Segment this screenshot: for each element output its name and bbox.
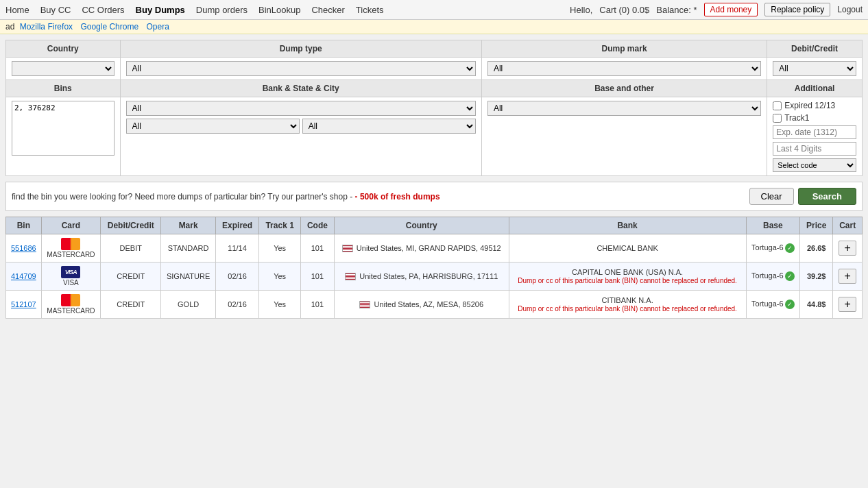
search-button[interactable]: Search [798,188,856,205]
price-value: 44.8$ [800,291,833,319]
debit-credit-value: CREDIT [101,263,161,291]
debit-credit-select[interactable]: All [773,61,856,76]
base-cell-value: Tortuga-6✓ [746,291,800,319]
nav-binlookup[interactable]: BinLookup [258,5,300,15]
country-cell: United States, AZ, MESA, 85206 [334,291,509,319]
country-select[interactable] [12,61,114,76]
card-type-label: MASTERCARD [47,307,95,315]
add-to-cart-button[interactable]: + [839,297,856,312]
expired-value: 02/16 [215,263,258,291]
additional-header: Additional [767,80,863,97]
col-base: Base [746,217,800,234]
card-cell: MASTERCARD [41,234,100,263]
bins-input-cell: 2, 376282 [6,97,121,176]
bank-name: CAPITAL ONE BANK (USA) N.A. [572,268,683,276]
dump-mark-cell: All [481,58,767,80]
verified-icon: ✓ [785,300,795,309]
mark-value: STANDARD [161,234,215,263]
fresh-dumps-link[interactable]: - 500k of fresh dumps [355,192,440,202]
bin-link[interactable]: 414709 [11,272,36,280]
base-name: Tortuga-6 [751,271,783,280]
nav-dump-orders[interactable]: Dump orders [196,5,248,15]
promo-text: find the bin you were looking for? Need … [12,192,352,202]
track1-value: Yes [259,291,301,319]
mark-value: SIGNATURE [161,263,215,291]
filter-table: Country Dump type Dump mark Debit/Credit… [5,40,863,176]
verified-icon: ✓ [785,271,795,281]
cart-link[interactable]: Cart (0) 0.0$ [599,5,649,15]
logout-button[interactable]: Logout [837,5,863,14]
card-type-label: MASTERCARD [47,251,95,258]
bank-name: CITIBANK N.A. [602,296,653,304]
download-firefox[interactable]: Mozilla Firefox [20,22,73,32]
bank-select[interactable]: All [126,101,476,116]
bank-note: Dump or cc of this particular bank (BIN)… [518,305,737,313]
track1-label: Track1 [784,113,809,123]
top-nav-right: Hello, Cart (0) 0.0$ Balance: * Add mone… [570,3,863,16]
add-to-cart-button[interactable]: + [839,269,856,284]
bin-cell: 551686 [6,234,42,263]
expired-checkbox-row: Expired 12/13 [773,101,856,110]
track1-checkbox[interactable] [773,114,782,123]
base-cell-value: Tortuga-6✓ [746,263,800,291]
state-select[interactable]: All [126,119,300,134]
col-card: Card [41,217,100,234]
card-cell: MASTERCARD [41,291,100,319]
select-code-select[interactable]: Select code [773,158,856,172]
expired-value: 02/16 [215,291,258,319]
mastercard-icon [61,294,80,306]
download-chrome[interactable]: Google Chrome [80,22,138,32]
nav-checker[interactable]: Checker [311,5,344,15]
bins-textarea[interactable]: 2, 376282 [12,101,114,156]
debit-credit-value: DEBIT [101,234,161,263]
select-code-wrap: Select code [773,158,856,172]
base-select[interactable]: All [487,101,761,116]
dump-type-header: Dump type [120,40,481,58]
search-bar: find the bin you were looking for? Need … [5,182,863,211]
results-table: Bin Card Debit/Credit Mark Expired Track… [5,217,863,319]
nav-tickets[interactable]: Tickets [356,5,384,15]
bin-link[interactable]: 551686 [11,244,36,252]
bank-cell: CHEMICAL BANK [509,234,746,263]
download-bar: ad Mozilla Firefox Google Chrome Opera [0,20,868,34]
last4-input[interactable] [773,142,856,156]
track1-value: Yes [259,234,301,263]
city-select[interactable]: All [302,119,476,134]
nav-home[interactable]: Home [5,5,29,15]
bin-link[interactable]: 512107 [11,300,36,308]
col-bin: Bin [6,217,42,234]
dump-mark-select[interactable]: All [487,61,761,76]
col-track1: Track 1 [259,217,301,234]
us-flag-icon [359,301,370,308]
dump-type-select[interactable]: All [126,61,476,76]
bins-header: Bins [6,80,121,97]
promo-text-area: find the bin you were looking for? Need … [12,192,440,202]
price-value: 26.6$ [800,234,833,263]
col-cart: Cart [833,217,863,234]
search-buttons: Clear Search [749,188,856,205]
add-money-button[interactable]: Add money [704,3,758,16]
base-cell: All [481,97,767,176]
nav-buy-cc[interactable]: Buy CC [40,5,71,15]
table-row: 414709 VISAVISA CREDIT SIGNATURE 02/16 Y… [6,263,863,291]
add-to-cart-button[interactable]: + [839,241,856,256]
download-opera[interactable]: Opera [146,22,169,32]
expired-label: Expired 12/13 [784,101,835,110]
price-value: 39.2$ [800,263,833,291]
col-bank: Bank [509,217,746,234]
col-price: Price [800,217,833,234]
debit-credit-cell: All [767,58,863,80]
bank-state-city-header: Bank & State & City [120,80,481,97]
verified-icon: ✓ [785,243,795,253]
nav-cc-orders[interactable]: CC Orders [82,5,124,15]
top-navigation: Home Buy CC CC Orders Buy Dumps Dump ord… [0,0,868,20]
card-cell: VISAVISA [41,263,100,291]
clear-button[interactable]: Clear [749,188,794,205]
nav-buy-dumps[interactable]: Buy Dumps [136,5,185,15]
expired-checkbox[interactable] [773,101,782,110]
exp-date-input[interactable] [773,125,856,139]
replace-policy-button[interactable]: Replace policy [764,3,830,16]
track1-checkbox-row: Track1 [773,113,856,123]
card-type-label: VISA [63,279,79,286]
bank-cell: CAPITAL ONE BANK (USA) N.A.Dump or cc of… [509,263,746,291]
